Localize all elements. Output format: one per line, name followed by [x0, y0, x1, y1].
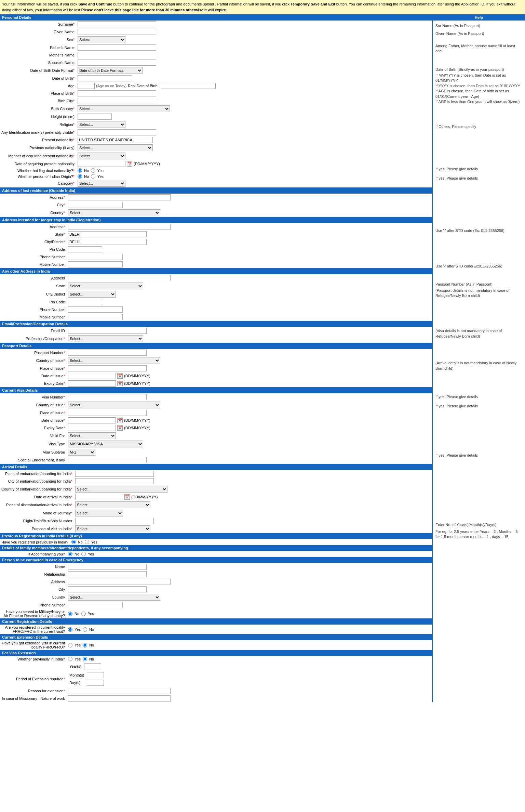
dual-nationality-yes-radio[interactable]: [91, 168, 95, 173]
dob-format-select[interactable]: Date of birth Date Formats DD/MM/YYYY MM…: [78, 67, 143, 74]
country-embarkation-select[interactable]: Select... INDIA USA UK: [75, 486, 167, 493]
date-arrival-input[interactable]: [75, 494, 123, 500]
visa-issue-date-input[interactable]: [68, 417, 116, 423]
category-select[interactable]: Select... General SC ST OBC: [78, 180, 125, 187]
date-acquiring-calendar-icon[interactable]: 📅: [127, 161, 132, 167]
profession-select[interactable]: Select... Business Service Student Missi…: [68, 335, 143, 342]
other-mobile-input[interactable]: [68, 314, 123, 320]
reg-state-input[interactable]: [68, 231, 147, 237]
birth-country-select[interactable]: Select... INDIA USA UK: [78, 105, 170, 112]
dual-nationality-no-radio[interactable]: [78, 168, 82, 173]
reg-pin-input[interactable]: [68, 246, 102, 252]
date-arrival-calendar-icon[interactable]: 📅: [124, 494, 130, 500]
special-endorsement-input[interactable]: [68, 457, 147, 463]
reason-ext-input[interactable]: [68, 688, 171, 694]
other-address-input[interactable]: [68, 275, 171, 281]
missionary-nature-input[interactable]: [68, 695, 171, 702]
years-input[interactable]: [84, 663, 101, 669]
prev-reg-yes-radio[interactable]: [85, 540, 89, 544]
frro-no-radio[interactable]: [83, 627, 87, 632]
place-embarkation-input[interactable]: [75, 471, 154, 477]
reg-city-input[interactable]: [68, 239, 147, 245]
military-no-radio[interactable]: [68, 612, 72, 616]
visa-issue-calendar-icon[interactable]: 📅: [117, 418, 123, 423]
emergency-city-input[interactable]: [68, 586, 147, 592]
outside-address-input-cell: [67, 194, 432, 201]
indian-origin-yes-radio[interactable]: [91, 174, 95, 179]
other-city-select[interactable]: Select... DELHI MUMBAI: [68, 291, 116, 298]
purpose-visit-select[interactable]: Select... Tourism Business Medical Missi…: [75, 525, 150, 532]
passport-country-select[interactable]: Select... INDIA USA UK: [68, 357, 160, 364]
email-input[interactable]: [68, 328, 147, 334]
outside-city-input[interactable]: [68, 202, 123, 208]
other-address-header: Any other Address in India: [0, 268, 432, 274]
other-pin-input[interactable]: [68, 299, 102, 305]
outside-country-select[interactable]: Select... INDIA USA UK: [68, 209, 160, 216]
surname-input[interactable]: [78, 21, 156, 27]
date-acquiring-input[interactable]: [78, 161, 125, 167]
birth-city-input[interactable]: [78, 98, 156, 104]
previously-india-yes-radio[interactable]: [68, 657, 72, 661]
indian-origin-no-radio[interactable]: [78, 174, 82, 179]
passport-issue-calendar-icon[interactable]: 📅: [117, 373, 123, 379]
valid-for-select[interactable]: Select... 1 Year 2 Years 5 Years 10 Year…: [68, 432, 116, 439]
other-mobile-row: Mobile Number: [0, 313, 432, 321]
visa-type-select[interactable]: MISSIONARY VISA TOURIST VISA BUSINESS VI…: [68, 441, 143, 447]
passport-issue-date-input[interactable]: [68, 373, 116, 379]
visa-country-select[interactable]: Select... INDIA USA: [68, 402, 160, 408]
days-input[interactable]: [87, 680, 104, 686]
religion-select[interactable]: Select... Hindu Muslim Christian Sikh Bu…: [78, 121, 125, 128]
emergency-country-select[interactable]: Select... INDIA USA UK: [68, 594, 160, 601]
age-input[interactable]: [78, 83, 95, 89]
place-disembarkation-select[interactable]: Select... DELHI MUMBAI: [75, 501, 150, 508]
present-nationality-input[interactable]: [78, 137, 153, 143]
previously-india-no-radio[interactable]: [83, 657, 87, 661]
military-yes-radio[interactable]: [81, 612, 86, 616]
frro-yes-radio[interactable]: [68, 627, 72, 632]
mothers-name-input[interactable]: [78, 52, 156, 58]
place-embarkation-input-cell: [74, 470, 432, 477]
accompanying-yes-radio[interactable]: [81, 552, 86, 556]
visa-number-input[interactable]: [68, 394, 147, 400]
fathers-name-input[interactable]: [78, 44, 156, 51]
flight-number-input[interactable]: [75, 518, 154, 524]
city-embarkation-input[interactable]: [75, 478, 154, 484]
other-phone-input[interactable]: [68, 306, 123, 313]
sex-select[interactable]: Select Male Female Others: [78, 36, 125, 43]
other-phone-row: Phone Number: [0, 306, 432, 313]
manner-acquiring-select[interactable]: Select... By Birth By Naturalization By …: [78, 153, 125, 159]
place-birth-input[interactable]: [78, 90, 156, 96]
help-std-text: Use '-' after STD code (Ex: 011-2355256): [435, 228, 522, 233]
spouses-name-input[interactable]: [78, 60, 156, 66]
mode-journey-select[interactable]: Select... Air Sea Land Rail: [75, 510, 123, 516]
passport-place-input[interactable]: [68, 365, 147, 371]
other-state-select[interactable]: Select... DELHI MAHARASHTRA: [68, 283, 143, 289]
months-input[interactable]: [87, 672, 104, 678]
visa-place-input[interactable]: [68, 410, 147, 416]
visa-expiry-input[interactable]: [68, 425, 116, 431]
outside-address-input[interactable]: [68, 194, 171, 200]
prev-reg-no-radio[interactable]: [71, 540, 76, 544]
previous-nationality-select[interactable]: Select... INDIA USA: [78, 144, 153, 151]
reg-phone-input[interactable]: [68, 254, 123, 260]
emergency-phone-input[interactable]: [68, 602, 123, 608]
given-name-input[interactable]: [78, 29, 156, 35]
visa-subtype-select[interactable]: M-1 M-2 M-3: [68, 449, 95, 456]
reg-mobile-input[interactable]: [68, 261, 123, 267]
dob-label: Date of Birth*: [0, 75, 76, 82]
extended-no-radio[interactable]: [83, 643, 87, 647]
passport-expiry-calendar-icon[interactable]: 📅: [117, 381, 123, 386]
emergency-address-input[interactable]: [68, 579, 171, 585]
real-dob-input[interactable]: [161, 83, 216, 89]
emergency-name-input[interactable]: [68, 564, 147, 570]
emergency-relationship-input[interactable]: [68, 571, 147, 577]
reg-address-input[interactable]: [68, 224, 171, 230]
id-marks-input[interactable]: [78, 129, 156, 135]
passport-expiry-input[interactable]: [68, 380, 116, 387]
accompanying-no-radio[interactable]: [68, 552, 72, 556]
passport-number-input[interactable]: [68, 350, 147, 356]
height-input[interactable]: [78, 114, 112, 120]
dob-input[interactable]: [78, 75, 132, 81]
visa-expiry-calendar-icon[interactable]: 📅: [117, 425, 123, 431]
extended-yes-radio[interactable]: [68, 643, 72, 647]
